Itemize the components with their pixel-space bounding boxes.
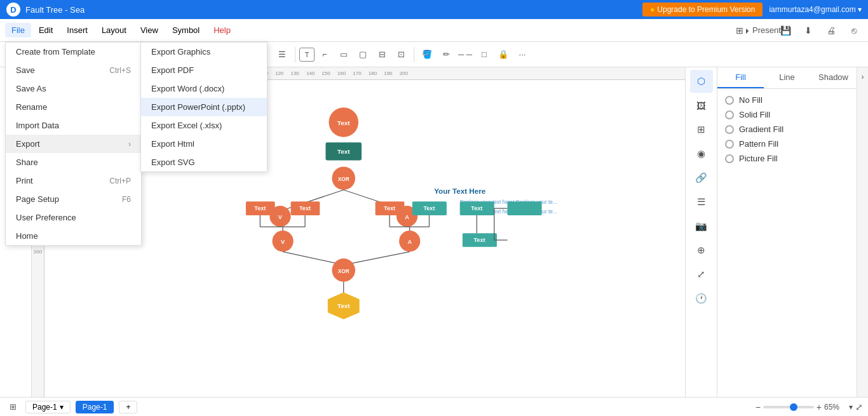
tab-shadow[interactable]: Shadow [810, 67, 857, 88]
svg-text:Text: Text [337, 148, 350, 155]
menu-save[interactable]: Save Ctrl+S [6, 61, 141, 79]
link-icon[interactable]: 🔗 [690, 166, 713, 189]
grid-icon[interactable]: ⊞ [690, 118, 713, 141]
no-fill-label: No Fill [739, 95, 763, 105]
align-button[interactable]: ⊟ [373, 46, 391, 64]
menu-user-preference[interactable]: User Preference [6, 208, 141, 227]
stack-icon[interactable]: ☰ [690, 191, 713, 213]
menu-insert[interactable]: Insert [60, 23, 94, 37]
zoom-in-button[interactable]: + [817, 402, 822, 412]
menubar: File Edit Insert Layout View Symbol Help… [0, 19, 868, 42]
shape-button[interactable]: ▭ [335, 46, 353, 64]
lock-button[interactable]: 🔒 [494, 46, 512, 64]
relation-icon[interactable]: ⊕ [690, 239, 713, 262]
titlebar-left: D Fault Tree - Sea [6, 3, 85, 17]
present-button[interactable]: ⏵ Present [754, 22, 771, 39]
pattern-fill-option[interactable]: Pattern Fill [725, 139, 849, 149]
menu-symbol[interactable]: Symbol [166, 23, 206, 37]
export-html[interactable]: Export Html [141, 135, 267, 153]
menu-save-as[interactable]: Save As [6, 79, 141, 98]
solid-fill-option[interactable]: Solid Fill [725, 110, 849, 119]
add-page-button[interactable]: + [119, 401, 137, 413]
svg-text:Text: Text [384, 205, 395, 211]
shadow-button[interactable]: □ [475, 46, 493, 64]
export-excel[interactable]: Export Excel (.xlsx) [141, 116, 267, 135]
page-tab-dropdown[interactable]: Page-1 ▾ [25, 401, 71, 413]
upgrade-button[interactable]: Upgrade to Premium Version [642, 3, 763, 17]
svg-text:Text: Text [337, 119, 350, 126]
layout-icon[interactable]: ⊞ [5, 399, 20, 415]
zoom-arrow[interactable]: ▾ [849, 403, 853, 412]
svg-text:A: A [405, 214, 409, 220]
no-fill-radio[interactable] [725, 96, 734, 105]
fullscreen-button[interactable]: ⤢ [855, 402, 863, 412]
svg-text:Text: Text [423, 205, 435, 211]
picture-fill-option[interactable]: Picture Fill [725, 154, 849, 163]
svg-text:Text: Text [299, 205, 311, 211]
menu-share[interactable]: Share [6, 153, 141, 171]
photo-icon[interactable]: 📷 [690, 215, 713, 238]
tab-fill[interactable]: Fill [717, 67, 764, 88]
export-graphics[interactable]: Export Graphics [141, 43, 267, 61]
right-panel-collapse[interactable]: › [857, 67, 868, 397]
shrink-icon[interactable]: ⤢ [690, 263, 713, 286]
save-icon[interactable]: 💾 [776, 22, 794, 39]
export-pdf[interactable]: Export PDF [141, 61, 267, 79]
shape2-button[interactable]: ▢ [354, 46, 372, 64]
line-style-button[interactable]: ─ ─ [456, 46, 474, 64]
menu-page-setup[interactable]: Page Setup F6 [6, 190, 141, 208]
svg-text:XOR: XOR [338, 176, 349, 182]
svg-text:XOR: XOR [338, 268, 349, 274]
page-tab-active[interactable]: Page-1 [76, 401, 114, 413]
titlebar-right: Upgrade to Premium Version iammurtaza4@g… [642, 3, 862, 17]
image-icon[interactable]: 🖼 [690, 94, 713, 117]
connector-button[interactable]: ⌐ [316, 46, 334, 64]
no-fill-option[interactable]: No Fill [725, 95, 849, 105]
menu-help[interactable]: Help [207, 23, 237, 37]
menu-export[interactable]: Export › [6, 135, 141, 153]
fill-options: No Fill Solid Fill Gradient Fill Pattern… [717, 89, 857, 170]
tab-line[interactable]: Line [764, 67, 810, 88]
format-icon[interactable]: ⬡ [690, 70, 713, 93]
menu-rename[interactable]: Rename [6, 98, 141, 116]
menu-edit[interactable]: Edit [32, 23, 59, 37]
zoom-controls: − + 65% ▾ ⤢ [756, 402, 863, 412]
pattern-fill-radio[interactable] [725, 140, 734, 149]
menu-print[interactable]: Print Ctrl+P [6, 171, 141, 190]
export-svg[interactable]: Export SVG [141, 153, 267, 171]
svg-rect-56 [508, 201, 542, 215]
page-tab-arrow: ▾ [60, 403, 64, 412]
zoom-out-button[interactable]: − [756, 402, 761, 412]
fill-color-button[interactable]: 🪣 [418, 46, 436, 64]
zoom-fit-button[interactable]: ⊡ [392, 46, 410, 64]
menu-layout[interactable]: Layout [95, 23, 133, 37]
line-spacing-button[interactable]: ☰ [273, 46, 291, 64]
text-box-button[interactable]: T [299, 48, 315, 62]
share-icon[interactable]: ⎋ [845, 22, 863, 39]
export-pptx[interactable]: Export PowerPoint (.pptx) [141, 98, 267, 116]
gradient-fill-radio[interactable] [725, 125, 734, 134]
more-button[interactable]: ··· [513, 46, 531, 64]
print-icon[interactable]: 🖨 [822, 22, 840, 39]
fill-tabs: Fill Line Shadow [717, 67, 857, 89]
gradient-fill-label: Gradient Fill [739, 124, 783, 134]
export-word[interactable]: Export Word (.docx) [141, 79, 267, 98]
user-email[interactable]: iammurtaza4@gmail.com ▾ [769, 5, 862, 14]
picture-fill-label: Picture Fill [739, 154, 778, 163]
history-icon[interactable]: 🕐 [690, 287, 713, 310]
line-color-button[interactable]: ✏ [437, 46, 455, 64]
solid-fill-label: Solid Fill [739, 110, 770, 119]
bottombar: ⊞ Page-1 ▾ Page-1 + − + 65% ▾ ⤢ [0, 397, 868, 416]
menu-home[interactable]: Home [6, 227, 141, 245]
menu-create-template[interactable]: Create from Template [6, 43, 141, 61]
menu-import-data[interactable]: Import Data [6, 116, 141, 135]
gradient-fill-option[interactable]: Gradient Fill [725, 124, 849, 134]
download-icon[interactable]: ⬇ [799, 22, 817, 39]
menu-file[interactable]: File [5, 23, 31, 37]
svg-text:Text: Text [254, 205, 266, 211]
layers-icon[interactable]: ◉ [690, 142, 713, 165]
menu-view[interactable]: View [134, 23, 165, 37]
picture-fill-radio[interactable] [725, 154, 734, 163]
solid-fill-radio[interactable] [725, 111, 734, 119]
zoom-slider[interactable] [763, 406, 814, 408]
